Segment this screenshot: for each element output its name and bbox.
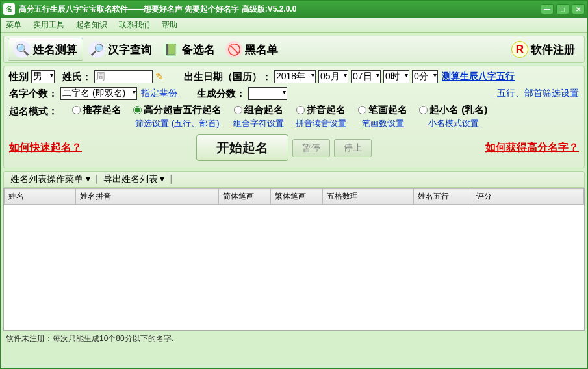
how-fast-link[interactable]: 如何快速起名？ bbox=[9, 141, 82, 155]
forbidden-icon: 🚫 bbox=[225, 41, 242, 58]
gender-label: 性别 bbox=[9, 71, 29, 83]
filter-settings-link[interactable]: 五行、部首筛选设置 bbox=[497, 88, 579, 99]
surname-label: 姓氏： bbox=[62, 71, 92, 83]
list-ops-menu[interactable]: 姓名列表操作菜单 ▾ bbox=[10, 173, 90, 185]
menu-contact[interactable]: 联系我们 bbox=[119, 19, 150, 31]
day-select[interactable] bbox=[351, 70, 381, 83]
col-wuge[interactable]: 五格数理 bbox=[323, 189, 414, 205]
menu-help[interactable]: 帮助 bbox=[162, 19, 177, 31]
gen-score-select[interactable] bbox=[248, 87, 287, 100]
titlebar: 名 高分五行生辰八字宝宝取名软件——想要好名声 先要起个好名字 高级版:V5.2… bbox=[1, 1, 587, 18]
start-button[interactable]: 开始起名 bbox=[196, 134, 288, 161]
mode-pinyin[interactable]: 拼音起名 拼音读音设置 bbox=[296, 104, 346, 129]
col-wuxing[interactable]: 姓名五行 bbox=[414, 189, 472, 205]
col-trad-stroke[interactable]: 繁体笔画 bbox=[271, 189, 323, 205]
menubar: 菜单 实用工具 起名知识 联系我们 帮助 bbox=[1, 18, 587, 33]
mode-stroke-sub[interactable]: 笔画数设置 bbox=[362, 118, 404, 129]
tab-blacklist[interactable]: 🚫 黑名单 bbox=[220, 38, 283, 60]
mode-recommend[interactable]: 推荐起名 bbox=[72, 104, 121, 116]
surname-input[interactable] bbox=[94, 70, 153, 83]
tab-name-calc[interactable]: 🔍 姓名测算 bbox=[8, 38, 83, 61]
mode-combo-sub[interactable]: 组合字符设置 bbox=[233, 118, 284, 129]
mode-nickname-sub[interactable]: 小名模式设置 bbox=[428, 118, 479, 129]
month-select[interactable] bbox=[318, 70, 348, 83]
mode-nickname[interactable]: 起小名 (乳名) 小名模式设置 bbox=[419, 104, 487, 129]
stop-button[interactable]: 停止 bbox=[334, 139, 372, 157]
mode-wuxing-sub[interactable]: 筛选设置 (五行、部首) bbox=[135, 118, 219, 129]
results-table[interactable]: 姓名 姓名拼音 简体笔画 繁体笔画 五格数理 姓名五行 评分 bbox=[3, 188, 585, 331]
maximize-button[interactable]: □ bbox=[556, 4, 569, 14]
edit-icon[interactable]: ✎ bbox=[154, 71, 164, 82]
magnifier-icon: 🔍 bbox=[14, 41, 31, 58]
col-pinyin[interactable]: 姓名拼音 bbox=[76, 189, 219, 205]
app-window: 名 高分五行生辰八字宝宝取名软件——想要好名声 先要起个好名字 高级版:V5.2… bbox=[0, 0, 588, 369]
pause-button[interactable]: 暂停 bbox=[292, 139, 330, 157]
export-list-menu[interactable]: 导出姓名列表 ▾ bbox=[103, 173, 165, 185]
menu-knowledge[interactable]: 起名知识 bbox=[76, 19, 107, 31]
minute-select[interactable] bbox=[412, 70, 438, 83]
calc-bazi-link[interactable]: 测算生辰八字五行 bbox=[442, 71, 515, 83]
close-button[interactable]: ✕ bbox=[572, 4, 585, 14]
name-count-select[interactable] bbox=[60, 87, 137, 100]
mode-wuxing[interactable]: 高分超吉五行起名 筛选设置 (五行、部首) bbox=[133, 104, 222, 129]
window-title: 高分五行生辰八字宝宝取名软件——想要好名声 先要起个好名字 高级版:V5.2.0… bbox=[19, 4, 541, 15]
search-icon: 🔎 bbox=[88, 41, 105, 58]
tab-hanzi-query[interactable]: 🔎 汉字查询 bbox=[83, 38, 157, 60]
form-panel: 性别 姓氏： ✎ 出生日期（国历）： 测算生辰八字五行 名字个数： 指定辈份 生… bbox=[3, 66, 585, 168]
register-button[interactable]: R 软件注册 bbox=[506, 38, 580, 60]
name-count-label: 名字个数： bbox=[9, 88, 58, 100]
menu-tools[interactable]: 实用工具 bbox=[33, 19, 64, 31]
col-score[interactable]: 评分 bbox=[472, 189, 584, 205]
menu-main[interactable]: 菜单 bbox=[6, 19, 21, 31]
book-icon: 📗 bbox=[162, 41, 179, 58]
col-name[interactable]: 姓名 bbox=[5, 189, 76, 205]
col-simp-stroke[interactable]: 简体笔画 bbox=[219, 189, 271, 205]
hour-select[interactable] bbox=[383, 70, 409, 83]
tab-candidate[interactable]: 📗 备选名 bbox=[157, 38, 220, 60]
gender-select[interactable] bbox=[31, 70, 55, 83]
birth-label: 出生日期（国历）： bbox=[184, 71, 272, 83]
how-high-link[interactable]: 如何获得高分名字？ bbox=[485, 141, 579, 155]
year-select[interactable] bbox=[274, 70, 316, 83]
status-bar: 软件未注册：每次只能生成10个80分以下的名字. bbox=[1, 331, 587, 347]
gen-score-label: 生成分数： bbox=[197, 88, 246, 100]
mode-stroke[interactable]: 笔画起名 笔画数设置 bbox=[358, 104, 407, 129]
toolbar: 🔍 姓名测算 🔎 汉字查询 📗 备选名 🚫 黑名单 R 软件注册 bbox=[3, 36, 585, 63]
list-ops-bar: 姓名列表操作菜单 ▾ | 导出姓名列表 ▾ | bbox=[3, 171, 585, 188]
mode-label: 起名模式： bbox=[9, 105, 58, 118]
assign-gen-link[interactable]: 指定辈份 bbox=[141, 88, 177, 99]
mode-combo[interactable]: 组合起名 组合字符设置 bbox=[233, 104, 284, 129]
minimize-button[interactable]: — bbox=[541, 4, 554, 14]
app-icon: 名 bbox=[3, 3, 15, 15]
mode-pinyin-sub[interactable]: 拼音读音设置 bbox=[296, 118, 346, 129]
register-icon: R bbox=[511, 41, 528, 58]
